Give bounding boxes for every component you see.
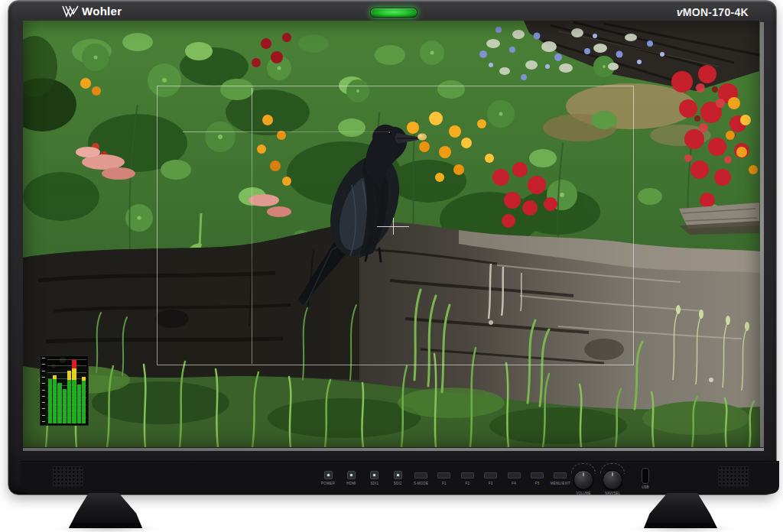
button-label: HDMI <box>346 482 356 485</box>
button-sdi2[interactable]: SDI2 <box>387 471 408 491</box>
button-power[interactable]: POWER <box>317 471 339 491</box>
button-label: POWER <box>321 482 335 485</box>
meter-scale-tick <box>42 364 45 365</box>
meter-channel-bar <box>67 358 71 423</box>
button-label: F4 <box>512 482 516 485</box>
button-sdi1[interactable]: SDI1 <box>364 471 385 491</box>
button-cap[interactable] <box>508 472 521 478</box>
foot-base <box>69 523 142 528</box>
usb-port[interactable] <box>642 468 649 484</box>
button-cap[interactable] <box>531 472 544 478</box>
button-label: SDI2 <box>394 482 402 485</box>
meter-scale-tick <box>42 408 45 409</box>
meter-scale-tick <box>42 358 45 358</box>
button-label: SDI1 <box>370 482 379 485</box>
meter-scale-tick <box>42 396 45 397</box>
foot-base <box>644 523 717 528</box>
button-cap[interactable] <box>370 471 379 479</box>
button-f1[interactable]: F1 <box>434 471 455 491</box>
speaker-grille-right <box>718 466 749 487</box>
meter-channel-bar <box>57 358 61 423</box>
stand-foot-right <box>644 493 717 528</box>
button-label: F2 <box>466 482 470 485</box>
button-cap[interactable] <box>414 472 427 478</box>
button-cap[interactable] <box>554 472 567 478</box>
speaker-grille-left <box>53 466 83 487</box>
meter-bars <box>47 358 86 423</box>
button-row: POWERHDMISDI1SDI2S-MODEF1F2F3F4F5MENU/EX… <box>317 471 571 491</box>
usb-unit: USB <box>632 468 659 489</box>
brand-name: Wohler <box>82 5 122 18</box>
meter-channel-bar <box>82 358 86 423</box>
button-s-mode[interactable]: S-MODE <box>411 471 432 491</box>
meter-channel-bar <box>53 358 57 423</box>
model-label: vMON-170-4K <box>677 6 749 18</box>
screen <box>23 21 760 447</box>
button-f3[interactable]: F3 <box>480 471 502 491</box>
meter-scale-tick <box>42 371 45 371</box>
button-f2[interactable]: F2 <box>456 471 478 491</box>
audio-level-meter <box>40 355 89 426</box>
usb-label: USB <box>632 485 659 489</box>
meter-scale-tick <box>42 402 45 403</box>
meter-scale-tick <box>42 421 45 422</box>
button-label: F1 <box>442 482 447 485</box>
front-control-bar: POWERHDMISDI1SDI2S-MODEF1F2F3F4F5MENU/EX… <box>21 461 779 494</box>
button-cap[interactable] <box>394 471 402 479</box>
knob-navi-sel[interactable]: NAVI/SEL <box>596 463 629 495</box>
bezel-chamfer-bottom <box>23 448 764 451</box>
button-label: F5 <box>535 482 540 485</box>
bezel-chamfer-right <box>760 22 764 447</box>
wohler-logo-icon <box>62 5 79 18</box>
crow-eye <box>388 131 392 135</box>
meter-channel-bar <box>77 358 81 423</box>
model-prefix: v <box>677 6 683 18</box>
button-hdmi[interactable]: HDMI <box>340 471 362 491</box>
photo-scene <box>23 21 760 447</box>
stand-foot-left <box>69 493 142 528</box>
meter-scale-tick <box>42 383 45 384</box>
knob-label: NAVI/SEL <box>596 491 629 495</box>
meter-scale-tick <box>42 377 45 378</box>
brand-logo: Wohler <box>62 5 122 18</box>
meter-scale-tick <box>42 390 45 391</box>
meter-channel-bar <box>72 358 76 423</box>
button-label: S-MODE <box>414 482 428 485</box>
button-cap[interactable] <box>324 471 333 479</box>
model-suffix: MON-170-4K <box>683 6 749 18</box>
button-f4[interactable]: F4 <box>503 471 525 491</box>
meter-scale-tick <box>42 415 45 416</box>
button-label: F3 <box>489 482 493 485</box>
stage: Wohler vMON-170-4K POWERHDMISDI1SDI2S-MO… <box>0 0 783 532</box>
meter-scale <box>41 356 47 425</box>
power-led <box>370 8 417 18</box>
meter-channel-bar <box>48 358 52 423</box>
meter-channel-bar <box>63 358 67 423</box>
navi-sel-knob[interactable] <box>603 470 622 490</box>
button-cap[interactable] <box>437 472 450 478</box>
button-cap[interactable] <box>484 472 497 478</box>
button-cap[interactable] <box>347 471 356 479</box>
volume-knob[interactable] <box>573 470 593 490</box>
button-f5[interactable]: F5 <box>527 471 548 491</box>
top-bezel: Wohler vMON-170-4K <box>8 1 776 22</box>
button-cap[interactable] <box>461 472 474 478</box>
